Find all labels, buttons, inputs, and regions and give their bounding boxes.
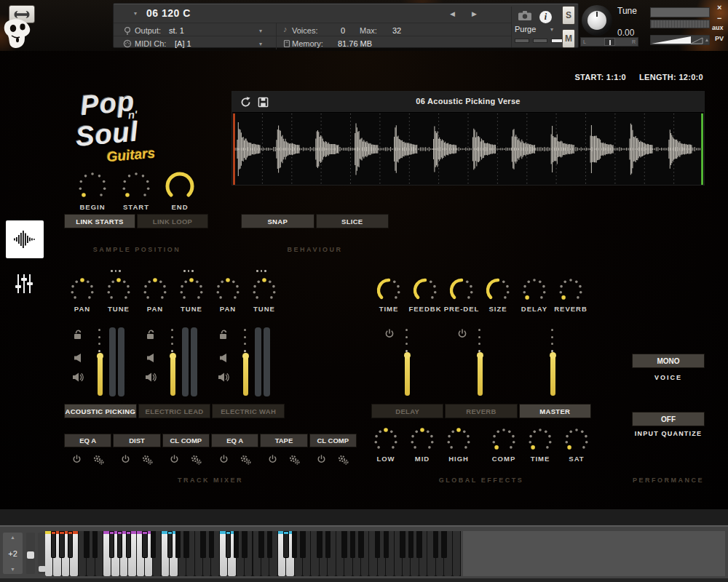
- black-key[interactable]: [433, 531, 438, 558]
- speaker-loud-icon[interactable]: [218, 372, 229, 382]
- black-key[interactable]: [200, 531, 205, 558]
- minimize-button[interactable]: −: [717, 14, 721, 23]
- reverb-level-fader[interactable]: [478, 354, 483, 396]
- purge-label[interactable]: Purge: [515, 25, 536, 33]
- tune-knob[interactable]: [582, 5, 612, 36]
- black-key[interactable]: [209, 531, 214, 558]
- black-key[interactable]: [109, 531, 114, 558]
- mute-speaker-icon[interactable]: [220, 354, 227, 362]
- mute-speaker-icon[interactable]: [74, 354, 82, 362]
- knob-tune[interactable]: TUNE: [246, 276, 282, 313]
- black-key[interactable]: [242, 531, 247, 558]
- power-icon[interactable]: [219, 455, 229, 464]
- mute-button[interactable]: M: [562, 29, 575, 48]
- volume-slider[interactable]: [650, 35, 710, 45]
- black-key[interactable]: [142, 531, 147, 558]
- knob-delay[interactable]: DELAY: [516, 276, 553, 313]
- power-icon[interactable]: [121, 455, 130, 464]
- black-key[interactable]: [441, 531, 446, 558]
- knob-pan[interactable]: PAN: [64, 276, 100, 313]
- black-key[interactable]: [167, 531, 173, 558]
- tune-menu-dots[interactable]: [256, 270, 266, 272]
- knob-tune[interactable]: TUNE: [173, 276, 210, 313]
- black-key[interactable]: [400, 531, 405, 558]
- speaker-loud-icon[interactable]: [73, 372, 84, 382]
- black-key[interactable]: [258, 531, 264, 558]
- black-key[interactable]: [350, 531, 355, 558]
- power-icon[interactable]: [384, 329, 395, 339]
- black-key[interactable]: [325, 531, 331, 558]
- lock-open-icon[interactable]: [146, 329, 156, 340]
- pan-handle[interactable]: [604, 38, 615, 46]
- behaviour-tab-snap[interactable]: SNAP: [241, 214, 314, 228]
- instrument-title[interactable]: 06 120 C: [146, 7, 191, 19]
- effects-tab-master[interactable]: MASTER: [519, 404, 591, 418]
- black-key[interactable]: [358, 531, 363, 558]
- black-key[interactable]: [117, 531, 122, 558]
- black-key[interactable]: [375, 531, 380, 558]
- link-tab-link-loop[interactable]: LINK LOOP: [137, 214, 208, 228]
- effects-tab-reverb[interactable]: REVERB: [445, 404, 517, 418]
- gear-icon[interactable]: [142, 455, 153, 465]
- behaviour-tab-slice[interactable]: SLICE: [316, 214, 389, 228]
- input-quantize-button[interactable]: OFF: [632, 412, 705, 426]
- page-tab-wave[interactable]: [6, 220, 44, 258]
- knob-pan[interactable]: PAN: [137, 276, 173, 313]
- solo-button[interactable]: S: [562, 6, 575, 25]
- knob-reverb[interactable]: REVERB: [553, 276, 589, 313]
- fx-slot-cl-comp[interactable]: CL COMP: [309, 434, 357, 447]
- knob-start[interactable]: START: [114, 170, 158, 211]
- volume-fader[interactable]: [98, 354, 103, 396]
- link-tab-link-starts[interactable]: LINK STARTS: [64, 214, 135, 228]
- gear-icon[interactable]: [289, 455, 300, 465]
- knob-pre-del[interactable]: PRE-DEL: [443, 276, 480, 313]
- close-button[interactable]: ×: [717, 3, 721, 12]
- output-dropdown-arrow[interactable]: ▾: [259, 28, 262, 34]
- mixer-tab-acoustic-picking[interactable]: ACOUSTIC PICKING: [64, 404, 137, 418]
- black-key[interactable]: [226, 531, 231, 558]
- power-icon[interactable]: [317, 455, 326, 464]
- tune-menu-dots[interactable]: [111, 270, 121, 272]
- black-key[interactable]: [341, 531, 347, 558]
- knob-time[interactable]: TIME: [522, 426, 558, 463]
- fx-slot-cl-comp[interactable]: CL COMP: [162, 434, 210, 447]
- white-key[interactable]: [453, 531, 460, 576]
- master-level-fader[interactable]: [550, 354, 555, 396]
- black-key[interactable]: [416, 531, 422, 558]
- volume-fader[interactable]: [243, 354, 248, 396]
- fx-slot-tape[interactable]: TAPE: [260, 434, 307, 447]
- waveform-display[interactable]: [233, 113, 703, 185]
- power-icon[interactable]: [457, 329, 467, 339]
- gear-icon[interactable]: [93, 455, 104, 465]
- gear-icon[interactable]: [240, 455, 251, 465]
- black-key[interactable]: [384, 531, 389, 558]
- black-key[interactable]: [267, 531, 272, 558]
- black-key[interactable]: [234, 531, 239, 558]
- knob-size[interactable]: SIZE: [480, 276, 516, 313]
- volume-fader[interactable]: [170, 354, 175, 396]
- black-key[interactable]: [92, 531, 98, 558]
- black-key[interactable]: [151, 531, 156, 558]
- black-key[interactable]: [183, 531, 189, 558]
- knob-sat[interactable]: SAT: [558, 426, 595, 463]
- midi-dropdown-arrow[interactable]: ▾: [259, 41, 262, 47]
- black-key[interactable]: [84, 531, 89, 558]
- knob-low[interactable]: LOW: [368, 426, 404, 463]
- aux-toggle[interactable]: aux: [712, 24, 724, 31]
- purge-dropdown-arrow[interactable]: ▾: [550, 26, 553, 33]
- fx-slot-eq-a[interactable]: EQ A: [64, 434, 111, 447]
- loop-title[interactable]: 06 Acoustic Picking Verse: [232, 97, 704, 105]
- black-key[interactable]: [175, 531, 181, 558]
- next-patch-button[interactable]: ▶: [472, 10, 477, 17]
- fx-slot-dist[interactable]: DIST: [113, 434, 160, 447]
- output-value[interactable]: st. 1: [169, 26, 184, 35]
- info-button[interactable]: i: [539, 11, 552, 23]
- scroll-handle[interactable]: [27, 551, 34, 559]
- black-key[interactable]: [292, 531, 297, 558]
- power-icon[interactable]: [170, 455, 179, 464]
- knob-high[interactable]: HIGH: [440, 426, 477, 463]
- power-icon[interactable]: [72, 455, 82, 464]
- gear-icon[interactable]: [338, 455, 349, 465]
- mixer-tab-electric-lead[interactable]: ELECTRIC LEAD: [138, 404, 211, 418]
- knob-feedbk[interactable]: FEEDBK: [407, 276, 443, 313]
